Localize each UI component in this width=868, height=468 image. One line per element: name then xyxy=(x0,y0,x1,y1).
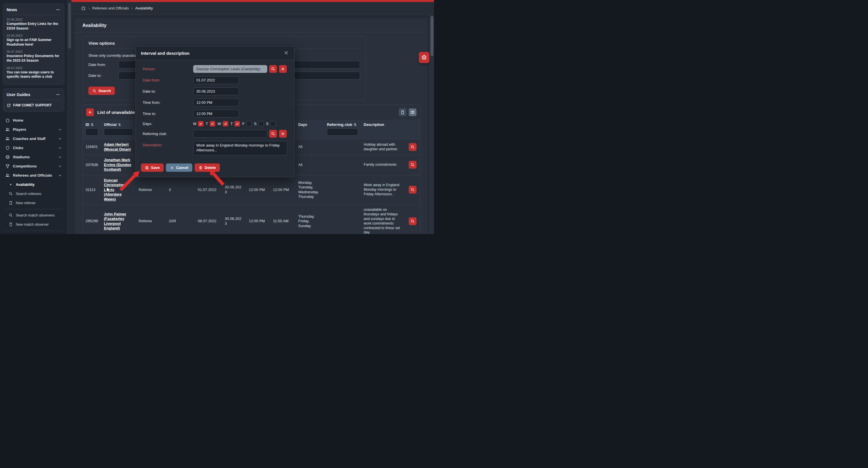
sidebar-item-home[interactable]: Home xyxy=(3,116,64,125)
row-view-button[interactable] xyxy=(409,186,416,194)
day-checkbox[interactable] xyxy=(210,121,215,127)
export-button[interactable] xyxy=(399,108,406,116)
official-link[interactable]: John Palmer (Fazakerley Liverpool Englan… xyxy=(104,212,126,231)
page-scrollbar-thumb[interactable] xyxy=(431,16,433,56)
day-checkbox[interactable] xyxy=(246,121,252,127)
columns-settings-button[interactable] xyxy=(409,108,416,116)
day-letter: F xyxy=(242,122,245,126)
nav-divider xyxy=(4,231,63,231)
sidebar-item-label: Referees and Officials xyxy=(13,173,55,177)
sidebar-item-coaches-and-staff[interactable]: Coaches and Staff xyxy=(3,134,64,143)
person-search-button[interactable] xyxy=(269,65,277,73)
column-label: Referring club xyxy=(327,123,352,127)
description-label: Description: xyxy=(143,141,193,147)
sidebar-item-new-referee[interactable]: New referee xyxy=(3,198,64,208)
day-checkbox[interactable] xyxy=(198,121,204,127)
cell-role: Referee xyxy=(136,205,166,234)
sidebar-item-search-referee-observers[interactable]: Search referee observers xyxy=(3,232,64,234)
sort-icon[interactable]: ⇅ xyxy=(118,123,121,127)
news-collapse-button[interactable] xyxy=(55,7,61,12)
person-input[interactable] xyxy=(193,65,267,73)
referring-club-input[interactable] xyxy=(193,130,267,138)
sort-icon[interactable]: ⇅ xyxy=(353,123,356,127)
faw-comet-support-link[interactable]: FAW COMET SUPPORT xyxy=(7,103,61,109)
chevron-down-icon xyxy=(58,155,62,159)
sidebar-scrollbar-thumb[interactable] xyxy=(68,3,71,49)
modal-date-from-input[interactable] xyxy=(193,76,239,84)
delete-button-label: Delete xyxy=(205,165,216,170)
news-item[interactable]: 06.07.2022 Insurance Policy Documents fo… xyxy=(7,50,61,63)
sidebar-item-referees-and-officials[interactable]: Referees and Officials xyxy=(3,171,64,180)
filter-official-input[interactable] xyxy=(104,129,133,136)
delete-button[interactable]: Delete xyxy=(195,163,220,172)
sidebar: News 22.06.2023 Competition Entry Links … xyxy=(0,0,67,234)
page-scrollbar[interactable] xyxy=(430,14,434,234)
breadcrumb-item-availability[interactable]: Availability xyxy=(135,6,153,10)
news-item-title: Sign up to an FAW Summer Roadshow here! xyxy=(7,38,61,47)
save-icon xyxy=(145,166,149,170)
modal-time-from-input[interactable] xyxy=(193,99,239,106)
sort-icon[interactable]: ⇅ xyxy=(91,123,94,127)
file-icon xyxy=(9,222,13,227)
row-view-button[interactable] xyxy=(409,143,416,151)
cell-referring-club xyxy=(324,205,361,234)
news-item[interactable]: 06.07.2022 You can now assign users to s… xyxy=(7,66,61,79)
official-link[interactable]: Adam Herbert (Muscat Oman) xyxy=(104,142,131,152)
row-view-button[interactable] xyxy=(409,218,416,225)
user-guides-collapse-button[interactable] xyxy=(55,92,61,97)
day-option: F xyxy=(242,121,252,127)
sidebar-item-label: Search referees xyxy=(16,192,62,196)
modal-date-to-input[interactable] xyxy=(193,88,239,95)
sidebar-item-availability[interactable]: Availability xyxy=(3,180,64,189)
sidebar-item-players[interactable]: Players xyxy=(3,125,64,134)
user-guides-panel: User Guides FAW COMET SUPPORT xyxy=(3,88,64,112)
chevron-down-icon xyxy=(58,128,62,132)
news-item[interactable]: 22.06.2023 Competition Entry Links for t… xyxy=(7,18,61,31)
day-checkbox[interactable] xyxy=(223,121,228,127)
save-button[interactable]: Save xyxy=(141,163,164,172)
day-checkbox[interactable] xyxy=(258,121,264,127)
chevron-down-icon xyxy=(58,146,62,150)
home-icon[interactable] xyxy=(81,6,86,11)
row-view-button[interactable] xyxy=(409,161,416,169)
search-icon xyxy=(271,67,275,71)
news-item-title: You can now assign users to specific tea… xyxy=(7,70,61,79)
sidebar-item-new-match-observer[interactable]: New match observer xyxy=(3,220,64,229)
day-checkbox[interactable] xyxy=(235,121,240,127)
person-clear-button[interactable] xyxy=(279,65,287,73)
modal-time-to-input[interactable] xyxy=(193,110,239,118)
days-checkbox-group: M T W T F S S xyxy=(193,121,278,127)
description-textarea[interactable]: Work away in England Monday mornings to … xyxy=(193,141,287,156)
sidebar-item-label: Coaches and Staff xyxy=(13,136,55,141)
sidebar-item-search-match-observers[interactable]: Search match observers xyxy=(3,211,64,220)
referring-club-clear-button[interactable] xyxy=(279,130,287,138)
add-interval-button[interactable] xyxy=(86,108,94,116)
check-icon xyxy=(199,122,203,126)
official-link[interactable]: Duncan Christopher Lewis (Aberdare Wales… xyxy=(104,178,125,201)
filter-referring-club-input[interactable] xyxy=(327,129,358,136)
official-link[interactable]: Jonathan Mark Ervine (Dundee Scotland) xyxy=(104,158,131,171)
search-button[interactable]: Search xyxy=(88,87,115,95)
news-title: News xyxy=(7,7,17,12)
filter-id-input[interactable] xyxy=(86,129,98,136)
modal-close-button[interactable] xyxy=(283,50,289,56)
globe-icon xyxy=(5,155,10,160)
sidebar-item-clubs[interactable]: Clubs xyxy=(3,143,64,153)
breadcrumb-item-referees-and-officials[interactable]: Referees and Officials xyxy=(92,6,129,10)
sidebar-item-search-referees[interactable]: Search referees xyxy=(3,189,64,198)
referring-club-search-button[interactable] xyxy=(269,130,277,138)
sidebar-item-competitions[interactable]: Competitions xyxy=(3,162,64,171)
day-option: S xyxy=(266,121,276,127)
news-item[interactable]: 22.05.2023 Sign up to an FAW Summer Road… xyxy=(7,34,61,47)
sidebar-scrollbar[interactable] xyxy=(67,0,72,234)
sidebar-item-stadiums[interactable]: Stadiums xyxy=(3,153,64,162)
chevron-up-icon xyxy=(58,173,62,177)
cancel-button[interactable]: Cancel xyxy=(166,163,192,172)
cell-days: Monday, Tuesday, Wednesday, Thursday xyxy=(296,175,324,205)
day-checkbox[interactable] xyxy=(270,121,276,127)
settings-button[interactable]: ⚙ xyxy=(419,52,429,63)
cell-description: Work away in England Monday mornings to … xyxy=(361,175,405,205)
shield-icon xyxy=(5,145,10,150)
sidebar-item-label: Players xyxy=(13,127,55,132)
minus-icon xyxy=(55,7,61,12)
